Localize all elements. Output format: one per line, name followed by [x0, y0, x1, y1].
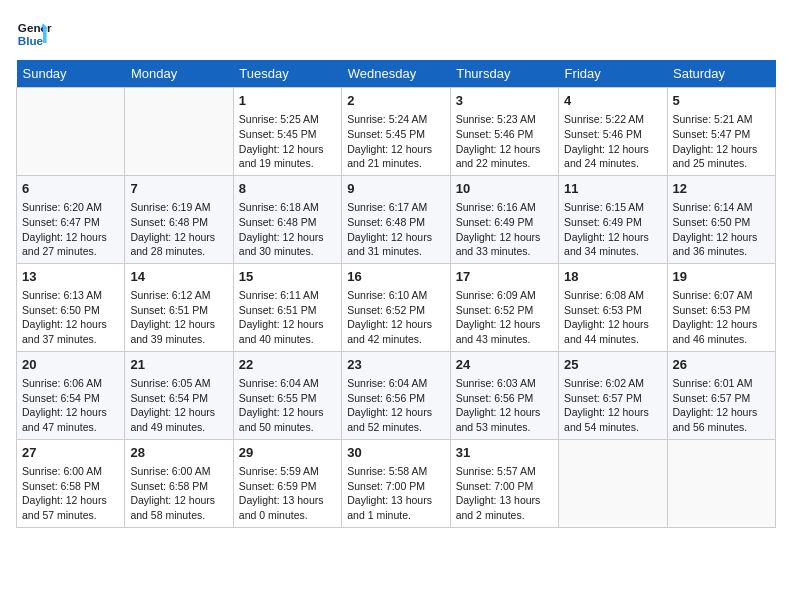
- daylight-text: Daylight: 12 hours and 31 minutes.: [347, 231, 432, 258]
- daylight-text: Daylight: 12 hours and 39 minutes.: [130, 318, 215, 345]
- col-header-friday: Friday: [559, 60, 667, 88]
- sunrise-text: Sunrise: 6:06 AM: [22, 377, 102, 389]
- sunset-text: Sunset: 6:56 PM: [456, 392, 534, 404]
- daylight-text: Daylight: 12 hours and 42 minutes.: [347, 318, 432, 345]
- day-cell: [17, 88, 125, 176]
- sunrise-text: Sunrise: 5:59 AM: [239, 465, 319, 477]
- sunset-text: Sunset: 6:55 PM: [239, 392, 317, 404]
- svg-text:General: General: [18, 21, 52, 34]
- col-header-sunday: Sunday: [17, 60, 125, 88]
- sunrise-text: Sunrise: 6:13 AM: [22, 289, 102, 301]
- day-number: 16: [347, 268, 444, 286]
- sunset-text: Sunset: 6:54 PM: [130, 392, 208, 404]
- daylight-text: Daylight: 13 hours and 2 minutes.: [456, 494, 541, 521]
- svg-text:Blue: Blue: [18, 34, 44, 47]
- day-number: 9: [347, 180, 444, 198]
- day-number: 8: [239, 180, 336, 198]
- sunset-text: Sunset: 6:49 PM: [564, 216, 642, 228]
- day-number: 17: [456, 268, 553, 286]
- daylight-text: Daylight: 12 hours and 40 minutes.: [239, 318, 324, 345]
- daylight-text: Daylight: 12 hours and 50 minutes.: [239, 406, 324, 433]
- sunrise-text: Sunrise: 5:25 AM: [239, 113, 319, 125]
- week-row-5: 27Sunrise: 6:00 AMSunset: 6:58 PMDayligh…: [17, 439, 776, 527]
- day-number: 18: [564, 268, 661, 286]
- day-cell: 9Sunrise: 6:17 AMSunset: 6:48 PMDaylight…: [342, 175, 450, 263]
- day-cell: [667, 439, 775, 527]
- day-cell: 29Sunrise: 5:59 AMSunset: 6:59 PMDayligh…: [233, 439, 341, 527]
- day-number: 5: [673, 92, 770, 110]
- sunset-text: Sunset: 6:48 PM: [239, 216, 317, 228]
- day-cell: 27Sunrise: 6:00 AMSunset: 6:58 PMDayligh…: [17, 439, 125, 527]
- sunrise-text: Sunrise: 5:57 AM: [456, 465, 536, 477]
- day-number: 23: [347, 356, 444, 374]
- sunset-text: Sunset: 6:47 PM: [22, 216, 100, 228]
- sunrise-text: Sunrise: 6:17 AM: [347, 201, 427, 213]
- day-number: 7: [130, 180, 227, 198]
- week-row-4: 20Sunrise: 6:06 AMSunset: 6:54 PMDayligh…: [17, 351, 776, 439]
- daylight-text: Daylight: 12 hours and 44 minutes.: [564, 318, 649, 345]
- daylight-text: Daylight: 12 hours and 54 minutes.: [564, 406, 649, 433]
- day-number: 14: [130, 268, 227, 286]
- daylight-text: Daylight: 12 hours and 53 minutes.: [456, 406, 541, 433]
- sunset-text: Sunset: 6:53 PM: [564, 304, 642, 316]
- day-number: 22: [239, 356, 336, 374]
- daylight-text: Daylight: 12 hours and 33 minutes.: [456, 231, 541, 258]
- daylight-text: Daylight: 12 hours and 46 minutes.: [673, 318, 758, 345]
- day-cell: 28Sunrise: 6:00 AMSunset: 6:58 PMDayligh…: [125, 439, 233, 527]
- sunrise-text: Sunrise: 6:14 AM: [673, 201, 753, 213]
- sunrise-text: Sunrise: 6:04 AM: [239, 377, 319, 389]
- sunrise-text: Sunrise: 5:24 AM: [347, 113, 427, 125]
- sunrise-text: Sunrise: 6:04 AM: [347, 377, 427, 389]
- sunset-text: Sunset: 6:48 PM: [130, 216, 208, 228]
- sunrise-text: Sunrise: 6:19 AM: [130, 201, 210, 213]
- sunset-text: Sunset: 6:59 PM: [239, 480, 317, 492]
- day-number: 12: [673, 180, 770, 198]
- day-number: 10: [456, 180, 553, 198]
- header-row: SundayMondayTuesdayWednesdayThursdayFrid…: [17, 60, 776, 88]
- sunset-text: Sunset: 6:58 PM: [130, 480, 208, 492]
- sunrise-text: Sunrise: 6:03 AM: [456, 377, 536, 389]
- day-cell: 22Sunrise: 6:04 AMSunset: 6:55 PMDayligh…: [233, 351, 341, 439]
- daylight-text: Daylight: 12 hours and 43 minutes.: [456, 318, 541, 345]
- sunrise-text: Sunrise: 5:58 AM: [347, 465, 427, 477]
- daylight-text: Daylight: 12 hours and 27 minutes.: [22, 231, 107, 258]
- sunset-text: Sunset: 6:57 PM: [564, 392, 642, 404]
- day-cell: 8Sunrise: 6:18 AMSunset: 6:48 PMDaylight…: [233, 175, 341, 263]
- day-cell: 2Sunrise: 5:24 AMSunset: 5:45 PMDaylight…: [342, 88, 450, 176]
- daylight-text: Daylight: 12 hours and 47 minutes.: [22, 406, 107, 433]
- daylight-text: Daylight: 12 hours and 30 minutes.: [239, 231, 324, 258]
- col-header-thursday: Thursday: [450, 60, 558, 88]
- sunset-text: Sunset: 7:00 PM: [347, 480, 425, 492]
- week-row-3: 13Sunrise: 6:13 AMSunset: 6:50 PMDayligh…: [17, 263, 776, 351]
- daylight-text: Daylight: 12 hours and 52 minutes.: [347, 406, 432, 433]
- sunset-text: Sunset: 6:48 PM: [347, 216, 425, 228]
- day-number: 25: [564, 356, 661, 374]
- sunrise-text: Sunrise: 6:00 AM: [22, 465, 102, 477]
- sunset-text: Sunset: 5:45 PM: [239, 128, 317, 140]
- day-number: 20: [22, 356, 119, 374]
- sunrise-text: Sunrise: 5:22 AM: [564, 113, 644, 125]
- day-cell: 19Sunrise: 6:07 AMSunset: 6:53 PMDayligh…: [667, 263, 775, 351]
- day-number: 15: [239, 268, 336, 286]
- day-cell: 30Sunrise: 5:58 AMSunset: 7:00 PMDayligh…: [342, 439, 450, 527]
- calendar-table: SundayMondayTuesdayWednesdayThursdayFrid…: [16, 60, 776, 528]
- sunset-text: Sunset: 5:45 PM: [347, 128, 425, 140]
- sunset-text: Sunset: 6:50 PM: [673, 216, 751, 228]
- col-header-wednesday: Wednesday: [342, 60, 450, 88]
- day-number: 11: [564, 180, 661, 198]
- sunset-text: Sunset: 6:57 PM: [673, 392, 751, 404]
- week-row-1: 1Sunrise: 5:25 AMSunset: 5:45 PMDaylight…: [17, 88, 776, 176]
- sunrise-text: Sunrise: 6:18 AM: [239, 201, 319, 213]
- day-cell: 14Sunrise: 6:12 AMSunset: 6:51 PMDayligh…: [125, 263, 233, 351]
- day-cell: 7Sunrise: 6:19 AMSunset: 6:48 PMDaylight…: [125, 175, 233, 263]
- day-number: 6: [22, 180, 119, 198]
- day-cell: 3Sunrise: 5:23 AMSunset: 5:46 PMDaylight…: [450, 88, 558, 176]
- sunrise-text: Sunrise: 6:05 AM: [130, 377, 210, 389]
- day-cell: 1Sunrise: 5:25 AMSunset: 5:45 PMDaylight…: [233, 88, 341, 176]
- sunrise-text: Sunrise: 5:21 AM: [673, 113, 753, 125]
- sunrise-text: Sunrise: 6:11 AM: [239, 289, 319, 301]
- sunrise-text: Sunrise: 6:09 AM: [456, 289, 536, 301]
- day-cell: 10Sunrise: 6:16 AMSunset: 6:49 PMDayligh…: [450, 175, 558, 263]
- sunset-text: Sunset: 5:46 PM: [456, 128, 534, 140]
- sunset-text: Sunset: 6:51 PM: [239, 304, 317, 316]
